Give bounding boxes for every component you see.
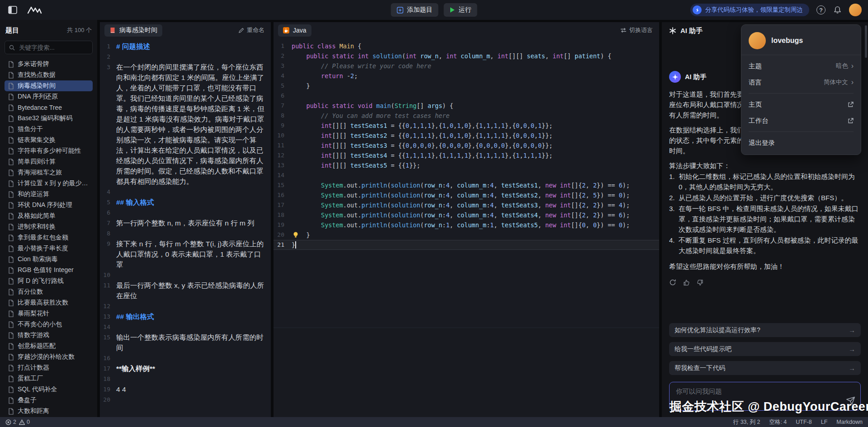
menu-item[interactable]: 主页	[741, 96, 861, 113]
menu-item[interactable]: 主题暗色›	[741, 58, 861, 74]
code-line[interactable]: 5 }	[274, 81, 659, 91]
code-line[interactable]: 21}	[274, 240, 659, 250]
warnings-indicator[interactable]: 0	[19, 419, 30, 425]
code-line[interactable]: 15 System.out.println(solution(row_n:4, …	[274, 180, 659, 190]
rename-button[interactable]: 重命名	[238, 26, 266, 34]
sidebar-item[interactable]: 创意标题匹配	[5, 341, 93, 352]
markdown-line[interactable]: 15输出一个整数表示病毒感染屋内所有人所需的时间	[100, 332, 271, 353]
run-button[interactable]: 运行	[444, 3, 477, 17]
sidebar-item[interactable]: 多米诺骨牌	[5, 59, 93, 70]
sidebar-item[interactable]: 阿 D 的飞行路线	[5, 276, 93, 286]
sidebar-item[interactable]: 进制求和转换	[5, 221, 93, 232]
ai-question-input[interactable]	[675, 386, 855, 406]
sidebar-item[interactable]: Cion 勒索病毒	[5, 254, 93, 265]
eol[interactable]: LF	[821, 419, 828, 425]
markdown-editor[interactable]: 1# 问题描述23在一个封闭的房间里摆满了座位，每个座位东西向和南北向都有固定 …	[100, 38, 271, 405]
markdown-line[interactable]: 4	[100, 187, 271, 197]
sidebar-item[interactable]: 环状 DNA 序列处理	[5, 200, 93, 211]
markdown-line[interactable]: 194 4	[100, 384, 271, 394]
app-logo[interactable]	[26, 4, 44, 16]
markdown-line[interactable]: 2	[100, 52, 271, 62]
sidebar-item[interactable]: 穿越沙漠的补给次数	[5, 352, 93, 362]
panel-toggle-icon[interactable]	[6, 4, 19, 16]
ai-input-box[interactable]	[669, 382, 861, 411]
markdown-line[interactable]: 14	[100, 322, 271, 332]
sidebar-item[interactable]: 查找热点数据	[5, 70, 93, 80]
help-icon[interactable]: ?	[816, 5, 826, 14]
sidebar-item[interactable]: 病毒感染时间	[5, 80, 93, 91]
thumbs-down-icon[interactable]	[697, 279, 703, 286]
code-line[interactable]: 7 public static void main(String[] args)…	[274, 101, 659, 111]
markdown-line[interactable]: 20	[100, 394, 271, 405]
bell-icon[interactable]	[833, 4, 842, 16]
indentation[interactable]: 空格: 4	[769, 418, 787, 426]
sidebar-item[interactable]: SQL 代码补全	[5, 384, 93, 395]
ai-suggestion-pill[interactable]: 给我一些代码提示吧→	[669, 342, 861, 356]
search-input[interactable]	[18, 44, 88, 52]
code-line[interactable]: 1public class Main {	[274, 41, 659, 51]
markdown-line[interactable]: 5## 输入格式	[100, 197, 271, 207]
send-icon[interactable]	[846, 396, 856, 408]
code-line[interactable]: 13 int[][] testSeats5 = {{1}};	[274, 160, 659, 170]
code-line[interactable]: 19 System.out.println(solution(row_n:1, …	[274, 220, 659, 230]
markdown-line[interactable]: 18	[100, 374, 271, 384]
sidebar-item[interactable]: 打点计数器	[5, 362, 93, 373]
statusbar-problems[interactable]: 2 0	[5, 419, 30, 425]
sidebar-item[interactable]: Base32 编码和解码	[5, 113, 93, 124]
code-line[interactable]: 17 System.out.println(solution(row_n:4, …	[274, 200, 659, 210]
markdown-line[interactable]: 9接下来 n 行，每行 m 个整数 T(i, j)表示座位上的人戴口罩情况，0 …	[100, 239, 271, 270]
switch-language-button[interactable]: 切换语言	[620, 26, 655, 34]
sidebar-item[interactable]: 百分位数	[5, 286, 93, 297]
sidebar-item[interactable]: 不再贪心的小包	[5, 319, 93, 330]
sidebar-item[interactable]: 简单四则计算	[5, 156, 93, 167]
sidebar-item[interactable]: 青海湖租车之旅	[5, 167, 93, 178]
code-line[interactable]: 2 public static int solution(int row_n, …	[274, 51, 659, 61]
sidebar-item[interactable]: 链表聚集交换	[5, 135, 93, 145]
user-avatar[interactable]	[849, 4, 862, 16]
sidebar-item[interactable]: 拿到最多红包金额	[5, 232, 93, 243]
menu-item[interactable]: 退出登录	[741, 135, 861, 151]
code-line[interactable]: 8 // You can add more test cases here	[274, 111, 659, 121]
encoding[interactable]: UTF-8	[796, 419, 811, 425]
code-line[interactable]: 3 // Please write your code here	[274, 61, 659, 71]
code-editor[interactable]: 1public class Main {2 public static int …	[274, 38, 659, 328]
sidebar-item[interactable]: 字符串有多少种可能性	[5, 145, 93, 156]
markdown-line[interactable]: 12	[100, 301, 271, 311]
code-line[interactable]: 16 System.out.println(solution(row_n:4, …	[274, 190, 659, 200]
sidebar-item[interactable]: 最小替换子串长度	[5, 243, 93, 254]
markdown-line[interactable]: 3在一个封闭的房间里摆满了座位，每个座位东西向和南北向都有固定 1 米的间隔。座…	[100, 62, 271, 187]
language-tab[interactable]: Java	[278, 24, 311, 37]
sidebar-item[interactable]: 猫鱼分干	[5, 124, 93, 135]
sidebar-item[interactable]: 计算位置 x 到 y 的最少步数	[5, 178, 93, 189]
markdown-line[interactable]: 11最后一行两个整数 x, y 表示已经感染病毒的人所在座位	[100, 280, 271, 301]
add-problem-button[interactable]: 添加题目	[391, 3, 439, 17]
cursor-position[interactable]: 行 33, 列 2	[733, 418, 760, 426]
markdown-line[interactable]: 7第一行两个整数 n, m，表示座位有 n 行 m 列	[100, 218, 271, 228]
ai-suggestion-pill[interactable]: 帮我检查一下代码→	[669, 361, 861, 375]
markdown-line[interactable]: 10	[100, 270, 271, 280]
markdown-line[interactable]: 8	[100, 228, 271, 239]
sidebar-item[interactable]: 及格如此简单	[5, 211, 93, 221]
sidebar-item[interactable]: 猜数字游戏	[5, 330, 93, 341]
code-line[interactable]: 6	[274, 91, 659, 101]
code-line[interactable]: 18 System.out.println(solution(row_n:4, …	[274, 210, 659, 220]
markdown-line[interactable]: 6	[100, 207, 271, 218]
sidebar-item[interactable]: 大数和距离	[5, 406, 93, 417]
sidebar-item[interactable]: RGB 色值转 Integer	[5, 265, 93, 276]
ai-suggestion-pill[interactable]: 如何优化算法以提高运行效率?→	[669, 323, 861, 337]
scrollbar-thumb[interactable]	[865, 25, 867, 58]
markdown-line[interactable]: 17**输入样例**	[100, 363, 271, 374]
markdown-line[interactable]: 1# 问题描述	[100, 41, 271, 52]
lightbulb-icon[interactable]	[292, 231, 299, 238]
menu-item[interactable]: 工作台	[741, 113, 861, 129]
markdown-line[interactable]: 13## 输出格式	[100, 311, 271, 322]
code-line[interactable]: 10 int[][] testSeats2 = {{0,1,1,1},{1,0,…	[274, 131, 659, 141]
sidebar-item[interactable]: Bytedance Tree	[5, 102, 93, 113]
code-line[interactable]: 11 int[][] testSeats3 = {{0,0,0,0},{0,0,…	[274, 141, 659, 150]
code-line[interactable]: 12 int[][] testSeats4 = {{1,1,1,1},{1,1,…	[274, 150, 659, 160]
regenerate-icon[interactable]	[669, 279, 676, 286]
sidebar-item[interactable]: 和的逆运算	[5, 189, 93, 200]
code-line[interactable]: 14	[274, 170, 659, 180]
promo-banner[interactable]: 分享代码练习体验，领限量定制周边	[690, 4, 809, 16]
errors-indicator[interactable]: 2	[5, 419, 16, 425]
